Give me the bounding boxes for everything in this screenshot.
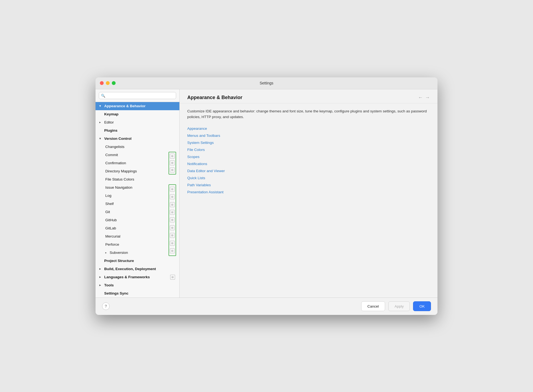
- settings-window: Settings 🔍 ▾ Appearance & Behavior ▸: [96, 77, 437, 315]
- chevron-right-icon: ▸: [99, 275, 103, 279]
- apply-button[interactable]: Apply: [388, 301, 410, 311]
- list-item-file-colors: File Colors: [187, 147, 430, 152]
- list-item-system-settings: System Settings: [187, 140, 430, 145]
- maximize-button[interactable]: [112, 81, 116, 85]
- description-text: Customize IDE appearance and behavior: c…: [187, 108, 430, 120]
- cancel-button[interactable]: Cancel: [361, 301, 385, 311]
- group2-icons: ⊟ ⊟ ⊟ ⊟ ⊟ ⊟ ⊟ ⊟ ⊟: [169, 184, 176, 256]
- sidebar-item-tools[interactable]: ▸ Tools: [96, 281, 179, 289]
- search-box: 🔍: [96, 89, 179, 102]
- sidebar-item-editor[interactable]: ▸ Editor: [96, 118, 179, 127]
- group2: Issue Navigation Log Shelf Git GitHub: [96, 184, 178, 257]
- sidebar-item-languages-frameworks-row: ▸ Languages & Frameworks ⊟: [96, 273, 179, 281]
- log-icon: ⊟: [170, 194, 175, 199]
- main-panel: Appearance & Behavior ← → Customize IDE …: [180, 89, 437, 298]
- sidebar-item-perforce[interactable]: Perforce: [96, 241, 167, 249]
- back-arrow[interactable]: ←: [418, 95, 423, 100]
- sidebar-item-issue-navigation[interactable]: Issue Navigation: [96, 184, 167, 192]
- nav-arrows: ← →: [418, 95, 430, 100]
- minimize-button[interactable]: [106, 81, 110, 85]
- issue-navigation-icon: ⊟: [170, 187, 175, 192]
- group1-icons: ⊟ ⊟ ⊟: [169, 152, 176, 175]
- bottom-bar: ? Cancel Apply OK: [96, 298, 437, 315]
- action-buttons: Cancel Apply OK: [361, 301, 431, 311]
- link-appearance[interactable]: Appearance: [187, 127, 207, 131]
- directory-mappings-icon: ⊟: [170, 167, 175, 172]
- list-item-scopes: Scopes: [187, 154, 430, 159]
- sidebar: 🔍 ▾ Appearance & Behavior ▸ Keymap ▸: [96, 89, 180, 298]
- list-item-quick-lists: Quick Lists: [187, 175, 430, 180]
- traffic-lights: [100, 81, 116, 85]
- link-list: Appearance Menus and Toolbars System Set…: [187, 126, 430, 194]
- sidebar-item-appearance-behavior[interactable]: ▾ Appearance & Behavior: [96, 102, 179, 110]
- sidebar-item-shelf[interactable]: Shelf: [96, 200, 167, 208]
- gitlab-icon: ⊟: [170, 225, 175, 230]
- sidebar-item-commit[interactable]: Commit: [96, 151, 167, 159]
- sidebar-item-version-control[interactable]: ▾ Version Control: [96, 135, 179, 143]
- link-scopes[interactable]: Scopes: [187, 155, 199, 159]
- list-item-notifications: Notifications: [187, 161, 430, 166]
- search-icon: 🔍: [101, 93, 105, 97]
- github-icon: ⊟: [170, 217, 175, 222]
- link-menus-toolbars[interactable]: Menus and Toolbars: [187, 134, 220, 138]
- chevron-right-icon: ▸: [105, 251, 109, 254]
- list-item-appearance: Appearance: [187, 126, 430, 131]
- sidebar-item-directory-mappings[interactable]: Directory Mappings: [96, 167, 167, 175]
- perforce-icon: ⊟: [170, 241, 175, 246]
- link-file-colors[interactable]: File Colors: [187, 148, 205, 152]
- sidebar-item-settings-sync[interactable]: ▸ Settings Sync: [96, 289, 179, 298]
- mercurial-icon: ⊟: [170, 233, 175, 238]
- sidebar-item-mercurial[interactable]: Mercurial: [96, 232, 167, 241]
- sidebar-item-keymap[interactable]: ▸ Keymap: [96, 110, 179, 118]
- sidebar-item-project-structure[interactable]: ▸ Project Structure: [96, 257, 179, 265]
- sidebar-item-github[interactable]: GitHub: [96, 216, 167, 224]
- main-header: Appearance & Behavior ← →: [180, 89, 437, 103]
- shelf-icon: ⊟: [170, 202, 175, 207]
- link-system-settings[interactable]: System Settings: [187, 141, 214, 145]
- group1: Commit Confirmation Directory Mappings ⊟…: [96, 151, 178, 175]
- chevron-right-icon: ▸: [99, 267, 103, 271]
- page-title: Appearance & Behavior: [187, 95, 242, 100]
- link-quick-lists[interactable]: Quick Lists: [187, 176, 205, 180]
- sidebar-list: ▾ Appearance & Behavior ▸ Keymap ▸ Edito…: [96, 102, 179, 298]
- help-button[interactable]: ?: [102, 302, 110, 310]
- sidebar-item-languages-frameworks[interactable]: ▸ Languages & Frameworks: [96, 273, 170, 281]
- chevron-right-icon: ▸: [99, 283, 103, 287]
- sidebar-item-subversion[interactable]: ▸ Subversion: [96, 249, 167, 257]
- chevron-right-icon: ▸: [99, 121, 103, 124]
- group1-items: Commit Confirmation Directory Mappings: [96, 151, 167, 175]
- list-item-menus-toolbars: Menus and Toolbars: [187, 133, 430, 138]
- list-item-presentation-assistant: Presentation Assistant: [187, 189, 430, 194]
- sidebar-item-file-status-colors[interactable]: File Status Colors: [96, 175, 179, 184]
- link-presentation-assistant[interactable]: Presentation Assistant: [187, 190, 224, 194]
- sidebar-item-confirmation[interactable]: Confirmation: [96, 159, 167, 167]
- confirmation-icon: ⊟: [170, 160, 175, 165]
- commit-icon: ⊟: [170, 154, 175, 159]
- main-content-area: 🔍 ▾ Appearance & Behavior ▸ Keymap ▸: [96, 89, 437, 298]
- titlebar: Settings: [96, 77, 437, 89]
- link-data-editor-viewer[interactable]: Data Editor and Viewer: [187, 169, 225, 173]
- sidebar-item-changelists[interactable]: Changelists: [96, 143, 179, 151]
- sidebar-item-log[interactable]: Log: [96, 192, 167, 200]
- sidebar-item-gitlab[interactable]: GitLab: [96, 224, 167, 232]
- main-body: Customize IDE appearance and behavior: c…: [180, 103, 437, 298]
- git-icon: ⊟: [170, 210, 175, 215]
- chevron-down-icon: ▾: [99, 137, 103, 140]
- languages-frameworks-icon: ⊟: [170, 275, 175, 280]
- subversion-icon: ⊟: [170, 248, 175, 253]
- search-input[interactable]: [99, 92, 176, 99]
- group2-items: Issue Navigation Log Shelf Git GitHub: [96, 184, 167, 257]
- list-item-path-variables: Path Variables: [187, 182, 430, 187]
- sidebar-item-build-execution-deployment[interactable]: ▸ Build, Execution, Deployment: [96, 265, 179, 273]
- ok-button[interactable]: OK: [413, 301, 431, 311]
- forward-arrow[interactable]: →: [425, 95, 430, 100]
- window-title: Settings: [260, 81, 274, 85]
- sidebar-item-git[interactable]: Git: [96, 208, 167, 216]
- list-item-data-editor-viewer: Data Editor and Viewer: [187, 168, 430, 173]
- sidebar-item-plugins[interactable]: ▸ Plugins: [96, 127, 179, 135]
- chevron-down-icon: ▾: [99, 104, 103, 108]
- link-path-variables[interactable]: Path Variables: [187, 183, 211, 187]
- search-wrapper: 🔍: [99, 92, 176, 99]
- link-notifications[interactable]: Notifications: [187, 162, 207, 166]
- close-button[interactable]: [100, 81, 104, 85]
